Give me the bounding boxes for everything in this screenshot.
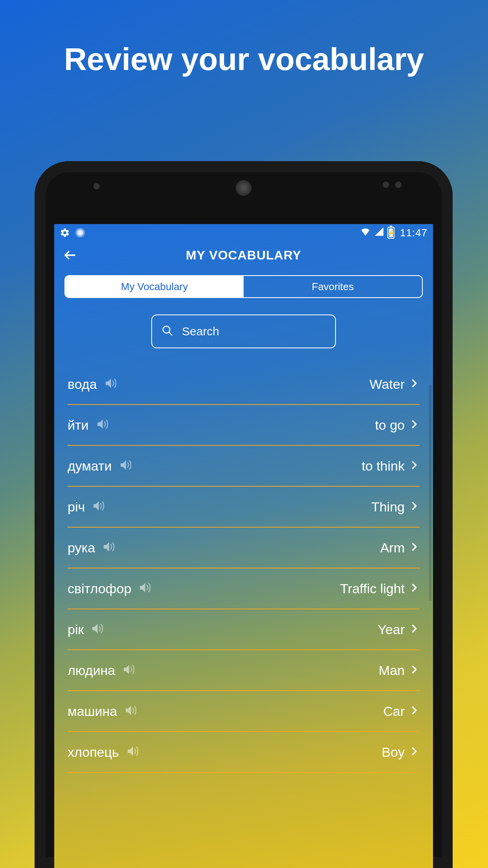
target-word: Boy <box>382 745 405 760</box>
gear-icon <box>60 228 70 238</box>
target-word: Thing <box>371 499 405 515</box>
wifi-icon <box>360 226 371 239</box>
phone-speaker <box>236 180 251 196</box>
chevron-right-icon <box>409 541 420 554</box>
source-word: рука <box>68 540 95 555</box>
sound-icon[interactable] <box>95 417 109 433</box>
loading-icon <box>75 228 85 237</box>
chevron-right-icon <box>409 623 420 636</box>
source-word: вода <box>68 377 97 392</box>
svg-line-1 <box>169 332 172 335</box>
page-title: MY VOCABULARY <box>54 248 433 263</box>
phone-dots <box>383 182 402 188</box>
target-word: Man <box>379 663 405 678</box>
search-box[interactable] <box>151 314 336 348</box>
sound-icon[interactable] <box>91 499 105 515</box>
tab-favorites[interactable]: Favorites <box>244 276 422 297</box>
target-word: to go <box>375 417 405 433</box>
sound-icon[interactable] <box>103 376 117 392</box>
sound-icon[interactable] <box>90 622 104 637</box>
source-word: світлофор <box>68 581 131 596</box>
target-word: Car <box>383 704 405 719</box>
source-word: хлопець <box>68 745 119 760</box>
source-word: йти <box>68 417 89 433</box>
sound-icon[interactable] <box>118 458 132 474</box>
vocab-row[interactable]: хлопець Boy <box>68 732 420 773</box>
tab-segment: My Vocabulary Favorites <box>64 275 423 298</box>
chevron-right-icon <box>409 419 420 431</box>
app-header: MY VOCABULARY <box>54 241 433 269</box>
chevron-right-icon <box>409 705 420 717</box>
phone-frame: ⚡ 11:47 MY VOCABULARY My Vocabulary Favo… <box>35 161 453 868</box>
target-word: Arm <box>380 540 405 555</box>
sound-icon[interactable] <box>121 662 136 678</box>
sound-icon[interactable] <box>101 540 116 555</box>
target-word: to think <box>361 458 405 474</box>
promo-title: Review your vocabulary <box>0 41 488 77</box>
source-word: людина <box>68 663 115 678</box>
vocab-row[interactable]: людина Man <box>68 650 420 691</box>
target-word: Year <box>378 622 405 637</box>
source-word: машина <box>68 704 117 719</box>
source-word: річ <box>68 499 85 515</box>
vocab-row[interactable]: світлофор Traffic light <box>68 568 420 609</box>
status-bar: ⚡ 11:47 <box>54 224 433 241</box>
vocab-row[interactable]: йти to go <box>68 405 420 446</box>
vocab-row[interactable]: машина Car <box>68 691 420 732</box>
scrollbar[interactable] <box>429 384 431 601</box>
chevron-right-icon <box>409 582 420 595</box>
source-word: рік <box>68 622 84 637</box>
sound-icon[interactable] <box>138 581 152 596</box>
phone-screen: ⚡ 11:47 MY VOCABULARY My Vocabulary Favo… <box>54 224 433 868</box>
status-time: 11:47 <box>400 227 427 239</box>
sound-icon[interactable] <box>125 744 139 760</box>
target-word: Water <box>370 377 405 392</box>
source-word: думати <box>68 458 112 474</box>
chevron-right-icon <box>409 378 420 390</box>
vocab-row[interactable]: рука Arm <box>68 528 420 568</box>
vocab-list: вода Water йти to go <box>54 364 433 773</box>
vocab-row[interactable]: річ Thing <box>68 487 420 528</box>
chevron-right-icon <box>409 746 420 758</box>
vocab-row[interactable]: рік Year <box>68 609 420 650</box>
search-input[interactable] <box>182 325 331 338</box>
chevron-right-icon <box>409 460 420 472</box>
target-word: Traffic light <box>340 581 405 596</box>
phone-sensor <box>94 183 100 189</box>
chevron-right-icon <box>409 500 420 513</box>
chevron-right-icon <box>409 664 420 677</box>
sound-icon[interactable] <box>123 703 138 719</box>
battery-icon: ⚡ <box>387 227 394 239</box>
signal-icon <box>374 226 384 239</box>
tab-my-vocabulary[interactable]: My Vocabulary <box>65 276 244 297</box>
search-icon <box>161 325 173 338</box>
vocab-row[interactable]: думати to think <box>68 446 420 487</box>
vocab-row[interactable]: вода Water <box>68 364 420 405</box>
